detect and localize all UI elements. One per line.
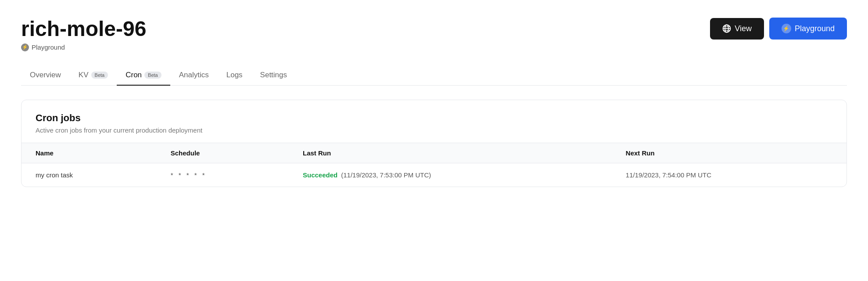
subtitle-icon: ⚡ xyxy=(21,43,29,51)
view-button[interactable]: View xyxy=(710,18,764,40)
card-header: Cron jobs Active cron jobs from your cur… xyxy=(22,100,846,143)
header-left: rich-mole-96 ⚡ Playground xyxy=(21,18,146,51)
schedule-stars: * * * * * xyxy=(171,171,207,179)
row-name: my cron task xyxy=(22,163,157,187)
cron-jobs-card: Cron jobs Active cron jobs from your cur… xyxy=(21,100,847,187)
tab-analytics-label: Analytics xyxy=(179,71,209,79)
card-subtitle: Active cron jobs from your current produ… xyxy=(36,126,832,134)
last-run-time: (11/19/2023, 7:53:00 PM UTC) xyxy=(341,171,431,179)
tab-kv[interactable]: KV Beta xyxy=(70,65,117,86)
status-badge: Succeeded xyxy=(303,171,337,179)
tab-settings[interactable]: Settings xyxy=(251,65,296,86)
last-run-content: Succeeded (11/19/2023, 7:53:00 PM UTC) xyxy=(303,171,598,179)
cron-beta-badge: Beta xyxy=(144,72,161,79)
col-last-run: Last Run xyxy=(289,143,612,163)
row-next-run: 11/19/2023, 7:54:00 PM UTC xyxy=(612,163,846,187)
row-schedule: * * * * * xyxy=(157,163,289,187)
subtitle-text: Playground xyxy=(32,43,65,51)
cron-table-container: Name Schedule Last Run Next Run my cron … xyxy=(22,143,846,187)
tab-kv-label: KV xyxy=(79,71,89,79)
tab-overview-label: Overview xyxy=(30,71,61,79)
next-run-time: 11/19/2023, 7:54:00 PM UTC xyxy=(626,171,711,179)
cron-jobs-table: Name Schedule Last Run Next Run my cron … xyxy=(22,143,846,187)
globe-icon xyxy=(722,24,731,33)
card-title: Cron jobs xyxy=(36,112,832,124)
tab-cron-label: Cron xyxy=(126,71,142,79)
page-title: rich-mole-96 xyxy=(21,18,146,41)
playground-button-label: Playground xyxy=(795,24,835,33)
page-header: rich-mole-96 ⚡ Playground View ⚡ Playgro… xyxy=(21,18,847,51)
playground-icon: ⚡ xyxy=(782,24,791,33)
col-schedule: Schedule xyxy=(157,143,289,163)
tab-logs[interactable]: Logs xyxy=(218,65,251,86)
tab-analytics[interactable]: Analytics xyxy=(170,65,218,86)
header-actions: View ⚡ Playground xyxy=(710,18,847,40)
tab-overview[interactable]: Overview xyxy=(21,65,70,86)
col-next-run: Next Run xyxy=(612,143,846,163)
tab-settings-label: Settings xyxy=(260,71,287,79)
table-row: my cron task * * * * * Succeeded (11/19/… xyxy=(22,163,846,187)
page-subtitle: ⚡ Playground xyxy=(21,43,146,51)
row-last-run: Succeeded (11/19/2023, 7:53:00 PM UTC) xyxy=(289,163,612,187)
tab-logs-label: Logs xyxy=(226,71,243,79)
tab-navigation: Overview KV Beta Cron Beta Analytics Log… xyxy=(21,65,847,86)
playground-button[interactable]: ⚡ Playground xyxy=(769,18,847,40)
tab-cron[interactable]: Cron Beta xyxy=(117,65,170,86)
col-name: Name xyxy=(22,143,157,163)
table-header-row: Name Schedule Last Run Next Run xyxy=(22,143,846,163)
kv-beta-badge: Beta xyxy=(91,72,108,79)
view-button-label: View xyxy=(735,24,752,33)
